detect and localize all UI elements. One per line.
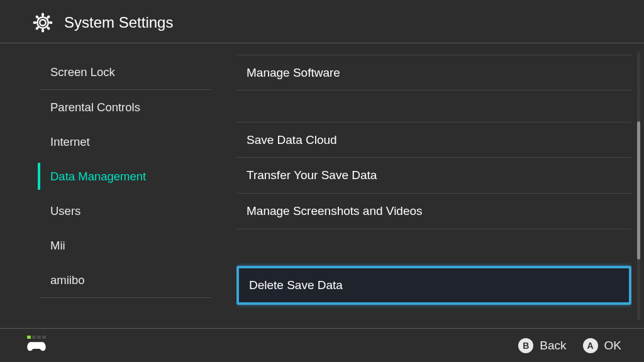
header: System Settings (0, 0, 644, 43)
scrollbar[interactable] (637, 52, 640, 320)
b-button-icon: B (518, 338, 533, 353)
scrollbar-thumb[interactable] (637, 121, 640, 260)
footer-button-label: Back (540, 339, 566, 353)
main-item-label: Delete Save Data (249, 278, 343, 292)
svg-point-0 (40, 19, 46, 26)
sidebar-item-mii[interactable]: Mii (38, 228, 211, 263)
svg-line-5 (36, 16, 38, 18)
controller-icon (26, 340, 47, 355)
settings-gear-icon (31, 11, 54, 34)
main-item-delete-save-data[interactable]: Delete Save Data (236, 266, 631, 305)
sidebar-item-label: Users (50, 204, 80, 218)
footer-button-ok[interactable]: A OK (583, 338, 621, 353)
player-led-4 (42, 336, 46, 339)
footer: B Back A OK (0, 328, 644, 362)
sidebar-item-label: Data Management (50, 170, 146, 184)
main-item-label: Transfer Your Save Data (247, 168, 377, 182)
a-button-icon: A (583, 338, 598, 353)
svg-line-6 (48, 28, 50, 30)
sidebar-item-internet[interactable]: Internet (38, 124, 211, 159)
sidebar-item-screen-lock[interactable]: Screen Lock (38, 55, 211, 89)
main-scroll: Manage Software Save Data Cloud Transfer… (236, 43, 631, 329)
main-item-label: Manage Software (247, 66, 340, 80)
svg-line-7 (48, 16, 50, 18)
sidebar-item-label: Internet (50, 135, 90, 149)
page-title: System Settings (64, 14, 173, 31)
sidebar-divider (40, 297, 211, 298)
player-led-3 (37, 336, 41, 339)
sidebar-item-parental-controls[interactable]: Parental Controls (38, 90, 211, 124)
main-item-transfer-your-save-data[interactable]: Transfer Your Save Data (236, 158, 631, 194)
main-item-label: Manage Screenshots and Videos (247, 204, 423, 218)
main-item-manage-software[interactable]: Manage Software (236, 55, 631, 90)
sidebar-item-label: amiibo (50, 273, 85, 287)
player-leds (27, 336, 46, 339)
player-led-1 (27, 336, 31, 339)
sidebar-item-label: Mii (50, 239, 65, 253)
main-item-save-data-cloud[interactable]: Save Data Cloud (236, 122, 631, 158)
sidebar-item-users[interactable]: Users (38, 194, 211, 228)
main-panel: Manage Software Save Data Cloud Transfer… (211, 43, 644, 329)
footer-button-label: OK (604, 339, 621, 353)
svg-line-8 (36, 28, 38, 30)
body-area: Screen Lock Parental Controls Internet D… (0, 43, 644, 329)
controller-indicator (26, 336, 47, 355)
sidebar-item-label: Parental Controls (50, 101, 140, 114)
section-gap (236, 229, 631, 265)
main-item-label: Save Data Cloud (247, 133, 337, 147)
section-gap (236, 90, 631, 122)
svg-point-9 (37, 17, 48, 28)
player-led-2 (32, 336, 36, 339)
sidebar-item-data-management[interactable]: Data Management (38, 159, 211, 194)
main-item-manage-screenshots-and-videos[interactable]: Manage Screenshots and Videos (236, 194, 631, 229)
sidebar: Screen Lock Parental Controls Internet D… (0, 43, 211, 329)
sidebar-item-label: Screen Lock (50, 65, 115, 79)
sidebar-item-amiibo[interactable]: amiibo (38, 263, 211, 297)
footer-button-back[interactable]: B Back (518, 338, 566, 353)
